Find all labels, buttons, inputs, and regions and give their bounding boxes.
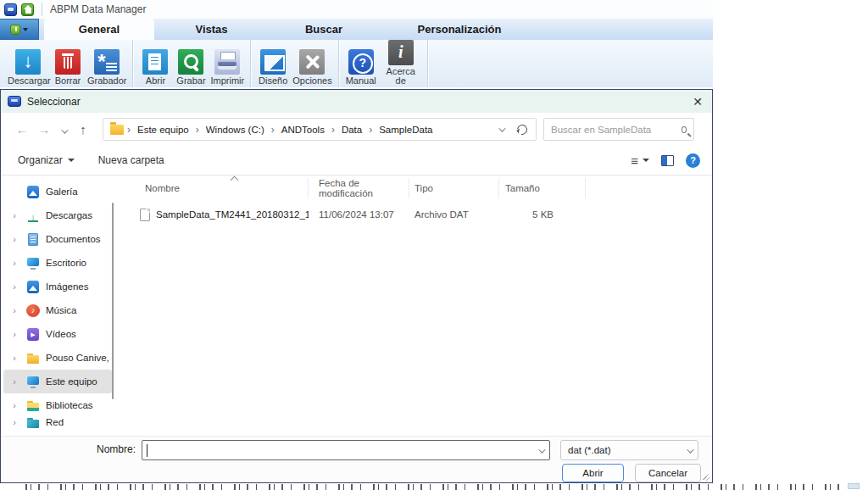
ribbon-button-label: Abrir: [146, 76, 165, 86]
view-mode-button[interactable]: ≡: [631, 153, 649, 168]
file-modified-cell: 11/06/2024 13:07: [309, 209, 409, 220]
address-bar[interactable]: ›Este equipo›Windows (C:)›ANDTools›Data›…: [103, 118, 537, 141]
descargar-button[interactable]: Descargar: [6, 49, 50, 86]
dialog-title: Seleccionar: [27, 96, 690, 108]
column-header-fecha-de-modificacion[interactable]: Fecha de modificación: [309, 178, 409, 198]
column-header-nombre[interactable]: Nombre: [120, 178, 309, 198]
sidebar-item-galeria[interactable]: Galería: [3, 180, 112, 203]
diseno-button[interactable]: Diseño: [255, 49, 291, 86]
filename-input[interactable]: [146, 445, 531, 455]
sidebar-item-descargas[interactable]: ›Descargas: [3, 203, 112, 227]
refresh-icon[interactable]: [515, 122, 530, 136]
file-rows: SampleData_TM2441_20180312_103004.dat11/…: [114, 203, 712, 226]
sidebar-item-videos[interactable]: ›Vídeos: [3, 322, 112, 346]
grabar-button[interactable]: Grabar: [173, 49, 209, 86]
dialog-footer: Nombre: dat (*.dat) Abrir Cancelar: [1, 436, 712, 482]
address-tail: [498, 125, 532, 135]
sidebar-item-musica[interactable]: ›Música: [3, 298, 112, 322]
sidebar-item-documentos[interactable]: ›Documentos: [3, 227, 112, 251]
filetype-select[interactable]: dat (*.dat): [560, 440, 698, 460]
column-header-tipo[interactable]: Tipo: [409, 178, 499, 198]
expand-chevron-icon[interactable]: ›: [8, 210, 20, 220]
new-folder-button[interactable]: Nueva carpeta: [98, 154, 164, 166]
videos-icon: [26, 328, 40, 341]
preview-pane-icon[interactable]: [661, 155, 674, 166]
organize-button[interactable]: Organizar: [18, 154, 75, 166]
sidebar-item-red[interactable]: ›Red: [3, 417, 112, 434]
help-icon[interactable]: ?: [686, 153, 700, 168]
expand-chevron-icon[interactable]: ›: [8, 417, 20, 427]
resize-grip[interactable]: [703, 474, 709, 481]
up-button[interactable]: ↑: [72, 122, 94, 136]
ribbon-button-label: Descargar: [8, 76, 48, 86]
sidebar-item-escritorio[interactable]: ›Escritorio: [3, 251, 112, 275]
recorder-icon: [94, 49, 120, 75]
expand-chevron-icon[interactable]: ›: [8, 281, 20, 292]
address-row: ← → ↑ ›Este equipo›Windows (C:)›ANDTools…: [1, 113, 712, 146]
ribbon-button-label: Borrar: [55, 76, 81, 86]
search-box: [543, 118, 694, 141]
chevron-down-icon: [68, 159, 75, 162]
sidebar-item-label: Música: [46, 305, 76, 315]
expand-chevron-icon[interactable]: ›: [8, 400, 20, 410]
opciones-button[interactable]: Opciones: [291, 49, 333, 86]
dialog-app-icon: [8, 96, 21, 107]
expand-chevron-icon[interactable]: ›: [8, 258, 20, 268]
breadcrumb-item-data[interactable]: Data: [337, 121, 367, 138]
download-icon: [15, 49, 41, 75]
expand-chevron-icon[interactable]: ›: [8, 234, 20, 244]
expand-chevron-icon[interactable]: ›: [8, 376, 20, 387]
column-header-tamano[interactable]: Tamaño: [499, 178, 586, 198]
tab-personalizacion[interactable]: Personalización: [379, 19, 540, 40]
command-bar: Organizar Nueva carpeta ≡ ?: [1, 146, 712, 175]
network-icon: [26, 417, 40, 430]
grabador-button[interactable]: Grabador: [86, 49, 128, 86]
chevron-down-icon: [61, 126, 68, 133]
sidebar-item-bibliotecas[interactable]: ›Bibliotecas: [3, 393, 112, 417]
back-button[interactable]: ←: [11, 122, 33, 136]
breadcrumb-item-este-equipo[interactable]: Este equipo: [132, 121, 194, 138]
manual-button[interactable]: Manual: [343, 49, 379, 86]
quick-access-button[interactable]: [0, 19, 39, 40]
home-icon[interactable]: [21, 3, 34, 16]
close-icon[interactable]: ✕: [690, 94, 705, 109]
folder-icon: [110, 125, 124, 135]
music-icon: [26, 304, 40, 317]
gallery-icon: [26, 186, 40, 198]
borrar-button[interactable]: Borrar: [50, 49, 86, 86]
tab-list: GeneralVistasBuscarPersonalización: [44, 19, 540, 40]
abrir-button[interactable]: Abrir: [137, 49, 173, 86]
expand-chevron-icon[interactable]: ›: [8, 305, 20, 315]
search-input[interactable]: [551, 125, 682, 135]
open-button[interactable]: Abrir: [562, 464, 624, 482]
sidebar-scrollbar[interactable]: [112, 203, 114, 399]
column-header-label: Nombre: [145, 183, 180, 193]
cancel-button[interactable]: Cancelar: [635, 464, 701, 482]
sidebar-item-pouso-canive[interactable]: ›Pouso Canive,: [3, 346, 112, 370]
tab-general[interactable]: General: [44, 19, 154, 40]
forward-button[interactable]: →: [33, 122, 55, 136]
sidebar-item-label: Red: [46, 417, 64, 427]
file-name: SampleData_TM2441_20180312_103004.dat: [156, 209, 309, 220]
table-row[interactable]: SampleData_TM2441_20180312_103004.dat11/…: [120, 203, 712, 226]
address-dropdown-icon[interactable]: [498, 125, 505, 131]
breadcrumb-item-windows-c[interactable]: Windows (C:): [201, 121, 270, 138]
navigation-sidebar: Galería›Descargas›Documentos›Escritorio›…: [1, 175, 114, 436]
expand-chevron-icon[interactable]: ›: [8, 329, 20, 339]
breadcrumb-item-sampledata[interactable]: SampleData: [374, 121, 437, 138]
sidebar-item-este-equipo[interactable]: ›Este equipo: [3, 370, 112, 393]
sidebar-item-imagenes[interactable]: ›Imágenes: [3, 275, 112, 298]
breadcrumb-item-andtools[interactable]: ANDTools: [276, 121, 330, 138]
sidebar-item-label: Escritorio: [46, 258, 86, 268]
tab-buscar[interactable]: Buscar: [269, 19, 379, 40]
expand-chevron-icon[interactable]: ›: [8, 353, 20, 363]
imprimir-button[interactable]: Imprimir: [209, 49, 246, 86]
tab-vistas[interactable]: Vistas: [154, 19, 269, 40]
recent-locations-button[interactable]: [55, 122, 72, 136]
background-window-scrollbar-fragment: [848, 483, 860, 489]
file-name-cell: SampleData_TM2441_20180312_103004.dat: [120, 209, 309, 221]
acerca-de-button[interactable]: Acerca de: [379, 40, 423, 86]
breadcrumb: ›Este equipo›Windows (C:)›ANDTools›Data›…: [125, 121, 438, 138]
chevron-down-icon[interactable]: [538, 446, 545, 453]
ribbon-button-label: Diseño: [259, 76, 287, 86]
